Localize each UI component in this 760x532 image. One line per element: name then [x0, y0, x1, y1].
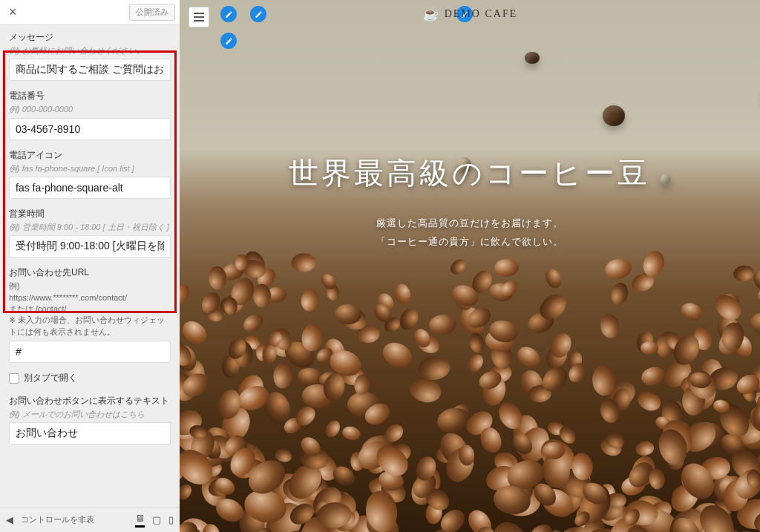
- hero-section: 世界最高級のコーヒー豆 厳選した高品質の豆だけをお届けます。 「コーヒー通の貴方…: [209, 153, 731, 251]
- device-mobile-icon[interactable]: ▯: [168, 514, 174, 525]
- hero-title: 世界最高級のコーヒー豆: [209, 153, 731, 194]
- site-logo[interactable]: ☕ DEMO CAFE: [422, 7, 518, 21]
- sidebar-footer: ◀ コントロールを非表 🖥 ▢ ▯: [0, 507, 180, 532]
- hero-subtitle: 厳選した高品質の豆だけをお届けます。 「コーヒー通の貴方」に飲んで欲しい。: [209, 214, 731, 251]
- input-hours[interactable]: [9, 235, 171, 257]
- customizer-sidebar: × 公開済み メッセージ 例) お気軽にお問い合わせください。 電話番号 例) …: [0, 0, 180, 532]
- hamburger-menu-button[interactable]: [189, 7, 209, 27]
- coffee-bean-pile: [180, 220, 760, 532]
- input-message[interactable]: [9, 59, 171, 81]
- label-phone: 電話番号: [9, 90, 171, 102]
- input-phone-icon[interactable]: [9, 177, 171, 199]
- falling-bean: [525, 52, 540, 64]
- hint-phone-icon: 例) fas fa-phone-square [ Icon list ]: [9, 163, 171, 174]
- falling-bean: [603, 105, 625, 126]
- field-hours: 営業時間 例) 営業時間 9:00 - 18:00 [ 土日・祝日除く ]: [9, 208, 171, 257]
- label-hours: 営業時間: [9, 208, 171, 220]
- field-message: メッセージ 例) お気軽にお問い合わせください。: [9, 31, 171, 81]
- input-phone[interactable]: [9, 118, 171, 140]
- input-button-text[interactable]: [9, 422, 171, 444]
- footer-hide-controls[interactable]: コントロールを非表: [21, 514, 94, 525]
- close-button[interactable]: ×: [4, 3, 22, 22]
- sidebar-topbar: × 公開済み: [0, 0, 180, 25]
- hint-button-text: 例) メールでのお問い合わせはこちら: [9, 409, 171, 419]
- edit-shortcut-button[interactable]: [250, 6, 266, 22]
- hint-hours: 例) 営業時間 9:00 - 18:00 [ 土日・祝日除く ]: [9, 222, 171, 232]
- device-desktop-icon[interactable]: 🖥: [135, 513, 145, 528]
- label-message: メッセージ: [9, 31, 171, 44]
- live-preview: ☕ DEMO CAFE 世界最高級のコーヒー豆 厳選した高品質の豆だけをお届けま…: [180, 0, 760, 532]
- field-phone-icon: 電話アイコン 例) fas fa-phone-square [ Icon lis…: [9, 149, 171, 199]
- field-button-text: お問い合わせボタンに表示するテキスト 例) メールでのお問い合わせはこちら: [9, 395, 171, 444]
- field-phone: 電話番号 例) 000-000-0000: [9, 90, 171, 139]
- label-phone-icon: 電話アイコン: [9, 149, 171, 162]
- checkbox-new-tab[interactable]: [9, 373, 19, 384]
- customizer-panel[interactable]: メッセージ 例) お気軽にお問い合わせください。 電話番号 例) 000-000…: [0, 25, 180, 507]
- edit-shortcut-button[interactable]: [220, 6, 237, 22]
- field-new-tab[interactable]: 別タブで開く: [9, 372, 171, 384]
- device-tablet-icon[interactable]: ▢: [152, 514, 161, 525]
- field-contact-url: お問い合わせ先URL 例) https://www.********.com/c…: [9, 266, 171, 363]
- input-contact-url[interactable]: [9, 341, 171, 363]
- publish-status-button[interactable]: 公開済み: [129, 4, 175, 21]
- collapse-icon[interactable]: ◀: [6, 514, 13, 525]
- hint-phone: 例) 000-000-0000: [9, 104, 171, 114]
- label-contact-url: お問い合わせ先URL: [9, 266, 171, 279]
- site-title: DEMO CAFE: [445, 8, 518, 20]
- label-new-tab: 別タブで開く: [24, 372, 77, 384]
- coffee-cup-icon: ☕: [422, 7, 440, 21]
- hint-contact-url: 例) https://www.********.com/contact/ または…: [9, 280, 171, 338]
- hint-message: 例) お気軽にお問い合わせください。: [9, 45, 171, 56]
- label-button-text: お問い合わせボタンに表示するテキスト: [9, 395, 171, 407]
- edit-shortcut-button[interactable]: [220, 33, 237, 49]
